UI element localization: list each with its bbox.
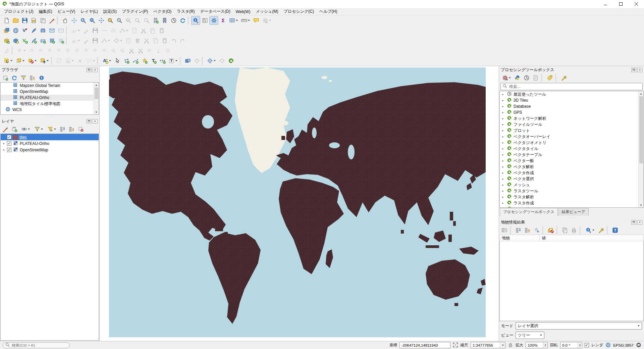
toolbox-category-file-tools[interactable]: ▸ファイルツール xyxy=(500,121,643,128)
new-project-button[interactable] xyxy=(2,16,11,25)
scale-combo[interactable]: 1:34777856 xyxy=(471,342,505,348)
menu-vector[interactable]: ベクタ(O) xyxy=(151,8,174,15)
add-mesh-layer-button[interactable] xyxy=(38,26,47,35)
new-shapefile-layer-button[interactable] xyxy=(11,36,20,45)
expander-icon[interactable]: ▸ xyxy=(502,129,505,132)
toolbox-category-vector-overlay[interactable]: ▸ベクタオーバーレイ xyxy=(500,134,643,140)
layer-item-tiles[interactable]: ✓tiles xyxy=(1,134,99,140)
pan-map-button[interactable] xyxy=(60,16,69,25)
expander-icon[interactable]: ▸ xyxy=(502,141,505,144)
collapse-all-button[interactable] xyxy=(68,126,76,133)
zoom-full-button[interactable] xyxy=(97,16,106,25)
toolbox-category-raster-tools[interactable]: ▸ラスタツール xyxy=(500,188,643,194)
menu-plugins[interactable]: プラグイン(P) xyxy=(119,8,151,15)
close-button[interactable] xyxy=(629,0,644,8)
add-gpx-layer-button[interactable] xyxy=(29,26,38,35)
map-canvas[interactable] xyxy=(100,66,499,341)
expander-icon[interactable]: ▸ xyxy=(502,99,505,102)
coordinate-input[interactable] xyxy=(401,343,448,347)
expander-icon[interactable]: ▸ xyxy=(502,123,505,126)
expander-icon[interactable]: ▸ xyxy=(502,177,505,181)
menu-project[interactable]: プロジェクト(J) xyxy=(1,8,36,15)
identify-features-button[interactable]: i xyxy=(191,16,200,25)
svg-annotation-button[interactable]: a b c xyxy=(158,56,167,65)
menu-mesh[interactable]: メッシュ(M) xyxy=(253,8,281,15)
crs-value[interactable]: EPSG:3857 xyxy=(613,343,634,347)
filter-by-expression-button[interactable]: ε xyxy=(46,126,58,133)
layer-visibility-checkbox[interactable]: ✓ xyxy=(7,148,11,152)
processing-history-button[interactable] xyxy=(523,74,531,82)
browser-item-gsi-tile-standard-map[interactable]: 地理院タイル標準地図 xyxy=(1,101,99,107)
browser-add-layer-button[interactable] xyxy=(1,74,9,82)
metasearch-button[interactable] xyxy=(226,56,235,65)
expand-new-results-button[interactable] xyxy=(533,227,541,234)
expander-icon[interactable]: ▸ xyxy=(502,111,505,114)
toolbox-category-raster-analysis[interactable]: ▸ラスタ解析 xyxy=(500,194,643,200)
menu-edit[interactable]: 編集(E) xyxy=(36,8,55,15)
toolbox-category-vector-tiles[interactable]: ▸ベクタタイル xyxy=(500,146,643,152)
menu-processing[interactable]: プロセシング(C) xyxy=(281,8,317,15)
new-spatialite-layer-button[interactable]: V xyxy=(20,36,29,45)
browser-item-openstreetmap[interactable]: OpenStreetMap xyxy=(1,89,99,95)
expander-icon[interactable]: ▸ xyxy=(502,189,505,193)
deselect-features-button[interactable] xyxy=(26,56,38,65)
zoom-out-button[interactable] xyxy=(88,16,97,25)
menu-layer[interactable]: レイヤ(L) xyxy=(78,8,101,15)
expander-icon[interactable]: ▾ xyxy=(2,142,5,145)
identify-close-button[interactable]: × xyxy=(637,220,642,225)
identify-column-feature[interactable]: 地物 xyxy=(499,235,540,241)
layer-item-plateau-ortho-layer[interactable]: ▾✓PLATEAU-Ortho xyxy=(1,140,99,147)
manage-map-themes-button[interactable] xyxy=(19,126,32,133)
locator-search[interactable] xyxy=(3,342,70,348)
toolbox-category-vector-general[interactable]: ▸ベクタ一般 xyxy=(500,158,643,164)
identify-float-button[interactable] xyxy=(631,220,636,225)
menu-raster[interactable]: ラスタ(R) xyxy=(174,8,198,15)
menu-view[interactable]: ビュー(V) xyxy=(55,8,78,15)
new-print-layout-button[interactable] xyxy=(29,16,38,25)
attribute-table-button[interactable] xyxy=(227,16,239,25)
add-xyz-layer-button[interactable] xyxy=(47,26,56,35)
data-source-manager-button[interactable] xyxy=(2,26,11,35)
browser-close-button[interactable]: × xyxy=(93,68,98,72)
minimize-button[interactable] xyxy=(598,0,613,8)
coordinate-input-box[interactable] xyxy=(399,342,450,348)
processing-toolbox-tab[interactable]: プロセシングツールボックス xyxy=(500,208,558,216)
menu-database[interactable]: データベース(D) xyxy=(198,8,233,15)
expander-icon[interactable]: ▸ xyxy=(502,195,505,199)
identify-mode-button[interactable]: i xyxy=(584,227,596,234)
new-geopackage-layer-button[interactable] xyxy=(2,36,11,45)
toolbox-float-button[interactable] xyxy=(631,68,636,72)
expander-icon[interactable]: ▸ xyxy=(502,147,505,150)
marker-annotation-button[interactable] xyxy=(140,56,149,65)
text-tool-button[interactable]: T xyxy=(167,56,179,65)
expand-tree-button[interactable] xyxy=(515,227,523,234)
toolbox-search[interactable] xyxy=(500,83,643,90)
toolbox-category-mesh[interactable]: ▸メッシュ xyxy=(500,182,643,188)
expander-icon[interactable]: ▸ xyxy=(502,153,505,156)
browser-float-button[interactable] xyxy=(87,68,92,72)
show-statistics-button[interactable]: Σ xyxy=(218,16,227,25)
expander-icon[interactable]: ▸ xyxy=(502,183,505,187)
toolbox-category-3d-tiles[interactable]: ▸3D Tiles xyxy=(500,97,643,103)
measure-button[interactable] xyxy=(239,16,252,25)
text-annotation-button[interactable]: T xyxy=(149,56,158,65)
toolbox-category-raster-creation[interactable]: ▸ラスタ作成 xyxy=(500,200,643,206)
toolbox-category-gps[interactable]: ▸GPS xyxy=(500,109,643,115)
add-group-button[interactable] xyxy=(10,126,18,133)
browser-item-plateau-ortho[interactable]: PLATEAU-Ortho xyxy=(1,95,99,101)
open-project-button[interactable] xyxy=(11,16,20,25)
zoom-in-button[interactable] xyxy=(78,16,88,25)
add-vector-layer-button[interactable]: V xyxy=(20,26,29,35)
save-project-button[interactable] xyxy=(20,16,29,25)
toolbox-close-button[interactable]: × xyxy=(637,68,642,72)
identify-results-area[interactable] xyxy=(499,241,644,321)
log-messages-icon[interactable] xyxy=(636,342,641,348)
toolbox-category-vector-geometry[interactable]: ▸ベクタジオメトリ xyxy=(500,140,643,146)
expander-icon[interactable]: ▸ xyxy=(502,105,505,108)
toolbox-category-database[interactable]: ▸Database xyxy=(500,103,643,109)
toolbox-category-raster-terrain-analysis[interactable]: ▸ラスタ地形解析 xyxy=(500,206,643,208)
layer-visibility-checkbox[interactable]: ✓ xyxy=(7,141,11,146)
render-checkbox[interactable]: ✓ xyxy=(585,343,589,347)
layer-item-openstreetmap-layer[interactable]: ▾✓OpenStreetMap xyxy=(1,147,99,153)
new-bookmark-button[interactable] xyxy=(151,16,160,25)
